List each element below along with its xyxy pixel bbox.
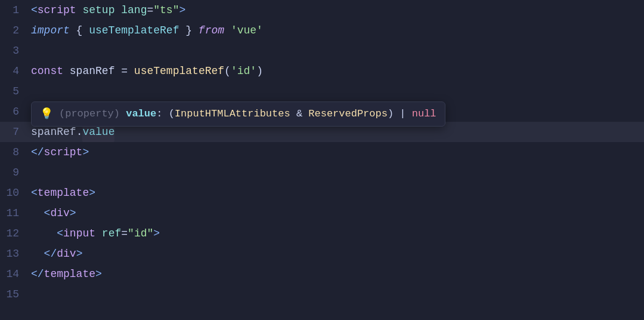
token: template [38, 183, 89, 203]
line-content-9 [31, 162, 38, 183]
line-number-7: 7 [0, 122, 31, 142]
line-content-13: </div> [31, 244, 82, 264]
line-number-13: 13 [0, 244, 31, 264]
line-5: 5 [0, 81, 644, 101]
line-11: 11 <div> [0, 203, 644, 223]
line-4: 4 const spanRef = useTemplateRef('id') [0, 61, 644, 81]
token: > [70, 203, 76, 223]
line-content-1: <script setup lang="ts"> [31, 0, 185, 20]
line-number-8: 8 [0, 142, 31, 162]
line-1: 1 <script setup lang="ts"> [0, 0, 644, 20]
token: > [153, 223, 160, 244]
line-15: 15 [0, 284, 644, 304]
token: > [179, 0, 185, 20]
token: = [121, 61, 128, 81]
line-number-15: 15 [0, 284, 31, 304]
token: } [179, 20, 198, 41]
line-10: 10 <template> [0, 183, 644, 203]
token: ) [388, 108, 394, 119]
line-content-8: </script> [31, 142, 89, 162]
token: { [70, 20, 89, 41]
line-content-5 [31, 81, 38, 101]
token: template [44, 264, 95, 284]
line-content-12: <input ref="id"> [31, 223, 160, 244]
line-number-12: 12 [0, 223, 31, 244]
line-number-10: 10 [0, 183, 31, 203]
line-content-10: <template> [31, 183, 95, 203]
token [31, 203, 44, 223]
line-content-4: const spanRef = useTemplateRef('id') [31, 61, 263, 81]
token: < [44, 203, 51, 223]
token: < [31, 183, 38, 203]
token: > [89, 183, 95, 203]
token: script [38, 0, 76, 20]
token: = [121, 223, 128, 244]
token: </ [31, 142, 44, 162]
line-8: 8 </script> [0, 142, 644, 162]
line-content-15 [31, 284, 38, 304]
token [31, 223, 57, 244]
token: lang [114, 0, 147, 20]
token: > [82, 142, 89, 162]
token: from [199, 20, 224, 41]
token: = [147, 0, 153, 20]
line-number-9: 9 [0, 162, 31, 183]
token: value [126, 108, 156, 119]
token [31, 244, 44, 264]
line-14: 14 </template> [0, 264, 644, 284]
line-content-2: import { useTemplateRef } from 'vue' [31, 20, 263, 41]
token: (property) [59, 108, 126, 119]
line-content-3 [31, 41, 38, 61]
token: div [57, 244, 76, 264]
token: setup [76, 0, 115, 20]
token: 'vue' [231, 20, 263, 41]
token: </ [31, 264, 44, 284]
token: InputHTMLAttributes [175, 108, 290, 119]
token: 'id' [231, 61, 256, 81]
line-number-11: 11 [0, 203, 31, 223]
token: input [63, 223, 95, 244]
token: ref [95, 223, 121, 244]
intellisense-tooltip: 💡 (property) value: (InputHTMLAttributes… [31, 101, 445, 127]
token: : [156, 108, 168, 119]
token: & [290, 108, 309, 119]
line-content-14: </template> [31, 264, 102, 284]
line-number-2: 2 [0, 20, 31, 41]
token: ReservedProps [308, 108, 388, 119]
token: const [31, 61, 63, 81]
line-13: 13 </div> [0, 244, 644, 264]
line-9: 9 [0, 162, 644, 183]
token: </ [44, 244, 57, 264]
token: import [31, 20, 70, 41]
token: div [50, 203, 69, 223]
line-6: 6 💡 (property) value: (InputHTMLAttribut… [0, 101, 644, 122]
line-12: 12 <input ref="id"> [0, 223, 644, 244]
token: ( [169, 108, 175, 119]
token: ( [224, 61, 231, 81]
tooltip-content: (property) value: (InputHTMLAttributes &… [59, 106, 436, 122]
token: ) [256, 61, 263, 81]
line-number-14: 14 [0, 264, 31, 284]
token: > [95, 264, 102, 284]
token: spanRef [63, 61, 121, 81]
line-number-5: 5 [0, 81, 31, 101]
token [128, 61, 134, 81]
token: < [31, 0, 38, 20]
line-3: 3 [0, 41, 644, 61]
line-content-11: <div> [31, 203, 76, 223]
line-number-3: 3 [0, 41, 31, 61]
token: "id" [128, 223, 153, 244]
code-editor: 1 <script setup lang="ts"> 2 import { us… [0, 0, 644, 320]
lightbulb-icon: 💡 [40, 106, 53, 122]
line-number-6: 6 [0, 101, 31, 122]
token: < [57, 223, 63, 244]
line-number-4: 4 [0, 61, 31, 81]
token: "ts" [153, 0, 179, 20]
token: | [394, 108, 412, 119]
token: useTemplateRef [134, 61, 224, 81]
token: > [76, 244, 83, 264]
token: null [412, 108, 436, 119]
token [224, 20, 231, 41]
token: script [44, 142, 83, 162]
line-2: 2 import { useTemplateRef } from 'vue' [0, 20, 644, 41]
